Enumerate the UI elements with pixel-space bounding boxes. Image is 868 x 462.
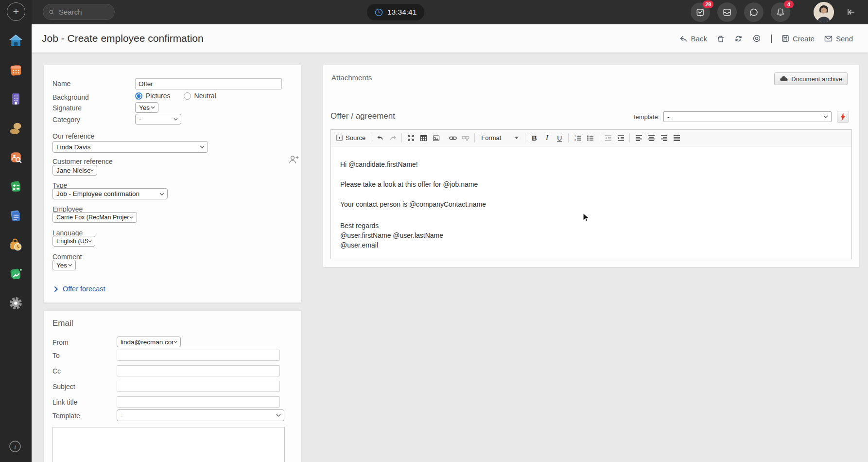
from-label: From [52,338,69,346]
format-dropdown[interactable]: Format [477,134,522,142]
numbered-list-button[interactable]: 12 [572,132,583,144]
add-contact-icon[interactable] [289,155,299,164]
link-title-input[interactable] [117,396,280,408]
eye-icon [752,34,761,43]
category-select[interactable]: - [135,114,181,124]
email-template-select[interactable]: - [117,409,284,421]
format-label: Format [481,134,501,142]
link-button[interactable] [447,132,459,144]
email-body-textarea[interactable] [52,427,285,462]
unlink-button[interactable] [460,132,471,144]
avatar-image [814,2,834,22]
bullet-list-icon [587,135,594,142]
offer-template-select[interactable]: - [663,111,832,122]
page-title: Job - Create employee confirmation [42,33,204,44]
bullet-list-button[interactable] [584,132,596,144]
maximize-button[interactable] [405,132,417,144]
toolbar-divider [568,133,569,142]
employee-select[interactable]: Carrie Fox (RecMan Project) [52,212,137,223]
offer-settings-panel: Name Background Pictures Neutral Signatu… [43,65,302,303]
align-right-icon [660,135,668,142]
signature-select[interactable]: Yes [135,102,158,113]
candidate-search-icon[interactable] [8,150,23,165]
cc-input[interactable] [117,365,280,376]
inbox-button[interactable] [717,2,737,22]
company-building-icon[interactable] [8,91,23,107]
info-icon: i [8,439,22,454]
people-icon[interactable] [8,121,23,136]
time-tracking-icon[interactable] [8,237,23,252]
employee-select-value: Carrie Fox (RecMan Project) [56,214,129,221]
sidebar-nav [0,33,32,311]
statistics-icon[interactable] [8,267,23,282]
back-button[interactable]: Back [679,35,707,43]
calendar-icon[interactable] [8,62,23,77]
refresh-button[interactable] [734,35,743,43]
radio-pictures[interactable] [135,92,142,100]
header-actions: Back Create Send [679,24,853,53]
chevron-down-icon [90,169,94,172]
chat-button[interactable] [744,2,764,22]
email-panel: Email From linda@recman.com To Cc Subjec… [43,310,302,462]
send-label: Send [836,35,853,43]
header-divider [771,35,772,43]
quick-template-button[interactable] [837,111,849,123]
customer-reference-select[interactable]: Jane Nielsen [52,165,97,176]
toolbar-divider [599,133,599,142]
table-icon [420,135,427,142]
subject-label: Subject [52,383,75,391]
user-avatar[interactable] [814,2,834,22]
align-center-button[interactable] [645,132,657,144]
source-button[interactable]: Source [333,132,368,144]
quick-add-button[interactable]: + [7,2,25,21]
home-icon[interactable] [8,33,23,48]
comment-select[interactable]: Yes [52,260,76,270]
global-search[interactable] [43,4,115,20]
documents-icon[interactable] [8,208,23,223]
align-right-button[interactable] [658,132,670,144]
calculator-icon[interactable] [8,179,23,194]
align-left-button[interactable] [633,132,644,144]
name-input[interactable] [135,78,282,89]
italic-button[interactable]: I [541,132,553,144]
subject-input[interactable] [117,381,280,392]
bold-button[interactable]: B [528,132,540,144]
radio-neutral[interactable] [184,92,191,100]
background-radio-group: Pictures Neutral [135,92,216,100]
our-reference-select[interactable]: Linda Davis [52,141,208,153]
send-button[interactable]: Send [824,35,853,43]
align-center-icon [648,135,655,142]
save-icon [781,35,789,42]
from-select[interactable]: linda@recman.com [117,337,181,347]
decrease-indent-button[interactable] [602,132,614,144]
create-button[interactable]: Create [781,35,815,43]
delete-button[interactable] [717,35,725,43]
image-button[interactable] [430,132,442,144]
underline-button[interactable]: U [554,132,565,144]
justify-button[interactable] [671,132,682,144]
editor-content[interactable]: Hi @candidate.firstName! Please take a l… [331,146,851,250]
info-button[interactable]: i [8,439,22,454]
collapse-sidebar-button[interactable] [845,6,857,18]
attachments-heading: Attachments [331,73,372,82]
increase-indent-button[interactable] [615,132,626,144]
document-archive-button[interactable]: Document archive [774,72,848,85]
table-button[interactable] [417,132,429,144]
cc-label: Cc [52,367,61,375]
to-input[interactable] [117,350,280,361]
top-bar: 13:34:41 28 4 [32,0,868,24]
redo-button[interactable] [387,132,399,144]
clock-widget[interactable]: 13:34:41 [367,4,424,20]
notifications-button[interactable]: 4 [771,2,790,22]
language-select-value: English (US) [56,238,88,245]
undo-button[interactable] [374,132,386,144]
search-input[interactable] [58,7,108,17]
inbox-icon [722,7,732,17]
settings-gear-icon[interactable] [8,296,23,311]
offer-forecast-link[interactable]: Offer forecast [54,285,105,293]
from-select-value: linda@recman.com [121,338,174,346]
preview-button[interactable] [752,34,761,43]
type-select[interactable]: Job - Employee confirmation [52,188,168,199]
tasks-button[interactable]: 28 [691,2,710,22]
language-select[interactable]: English (US) [52,236,95,247]
